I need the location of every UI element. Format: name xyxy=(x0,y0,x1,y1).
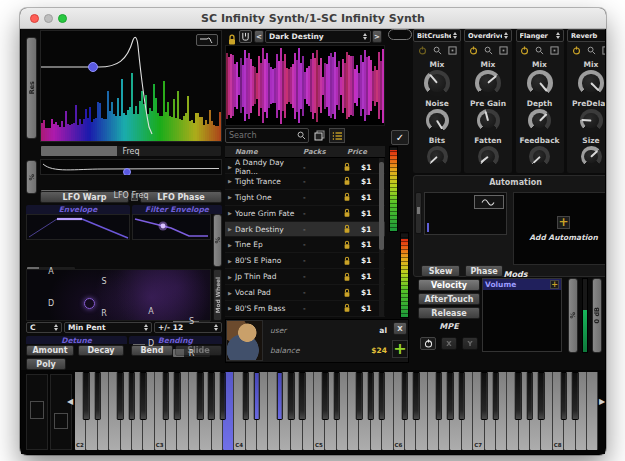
fx-knob-mix[interactable] xyxy=(578,70,604,96)
add-automation-button[interactable]: + Add Automation xyxy=(513,192,605,265)
black-key-G#3[interactable] xyxy=(208,372,215,420)
table-row[interactable]: ▶Tine Ep-$1 xyxy=(225,237,385,253)
black-key-A#3[interactable] xyxy=(220,372,227,420)
user-avatar[interactable] xyxy=(226,320,263,361)
fx-power-button[interactable] xyxy=(520,45,530,55)
table-row[interactable]: ▶Tight Trance-$1 xyxy=(225,174,385,190)
black-key-F#6[interactable] xyxy=(436,372,443,420)
black-key-D#6[interactable] xyxy=(413,372,420,420)
add-mod-button[interactable]: + xyxy=(550,280,559,289)
fx-knob-pre-gain[interactable] xyxy=(477,109,500,132)
black-key-F#5[interactable] xyxy=(356,372,363,420)
fx-power-button[interactable] xyxy=(417,45,427,55)
filter-freq-slider[interactable]: Freq xyxy=(40,145,222,157)
mod-level-slider[interactable]: 0 dB xyxy=(592,278,602,353)
save-preset-button[interactable] xyxy=(239,30,252,43)
fx-knob-size[interactable] xyxy=(581,146,602,167)
table-row[interactable]: ▶80'S Fm Bass-$1 xyxy=(225,301,385,317)
mod-source-velocity[interactable]: Velocity xyxy=(418,279,480,291)
fx-knob-bits[interactable] xyxy=(427,146,448,167)
slide-button[interactable]: Slide xyxy=(175,345,222,356)
mod-wheel-slider[interactable]: Mod Wheel xyxy=(213,269,222,321)
expand-icon[interactable]: ▶ xyxy=(225,305,235,311)
fx-select[interactable]: Flanger xyxy=(516,29,564,42)
black-key-A#7[interactable] xyxy=(538,372,545,420)
scale-select[interactable]: Min Pent xyxy=(64,322,152,333)
fx-knob-mix[interactable] xyxy=(424,70,450,96)
fx-knob-depth[interactable] xyxy=(528,109,551,132)
keyboard-scroll-left-arrow[interactable]: ◀ xyxy=(67,397,73,406)
fx-power-button[interactable] xyxy=(571,45,581,55)
black-key-C#6[interactable] xyxy=(401,372,408,420)
fx-zoom-button[interactable] xyxy=(535,45,545,55)
white-key-F8[interactable] xyxy=(587,372,598,450)
black-key-G#6[interactable] xyxy=(447,372,454,420)
next-preset-button[interactable]: > xyxy=(372,30,382,43)
table-row[interactable]: ▶80'S E Piano-$1 xyxy=(225,253,385,269)
black-key-D#2[interactable] xyxy=(94,372,101,420)
filter-env-amount-slider[interactable]: % xyxy=(213,214,222,267)
black-key-G#2[interactable] xyxy=(129,372,136,420)
expand-icon[interactable]: ▶ xyxy=(225,178,235,184)
mod-target-row[interactable]: Volume+ xyxy=(483,279,561,290)
black-key-C#2[interactable] xyxy=(83,372,90,420)
prev-preset-button[interactable]: < xyxy=(254,30,264,43)
search-box[interactable] xyxy=(225,128,309,143)
preset-list-button[interactable] xyxy=(329,128,345,143)
fx-zoom-button[interactable] xyxy=(483,45,493,55)
lfo-handle[interactable] xyxy=(124,169,131,176)
expand-icon[interactable]: ▶ xyxy=(225,194,235,200)
fx-select[interactable]: BitCrusher xyxy=(413,29,461,42)
fx-focus-button[interactable] xyxy=(601,45,605,55)
search-input[interactable] xyxy=(226,131,297,140)
add-funds-button[interactable]: + xyxy=(392,340,408,358)
black-key-A#2[interactable] xyxy=(140,372,147,420)
lfo-shape-button[interactable] xyxy=(474,195,504,209)
fx-knob-noise[interactable] xyxy=(426,109,449,132)
black-key-C#4[interactable] xyxy=(242,372,249,420)
xy-pad-handle[interactable] xyxy=(84,298,95,309)
expand-icon[interactable]: ▶ xyxy=(225,226,235,232)
pitch-pad-right[interactable] xyxy=(50,374,72,450)
black-key-G#4[interactable] xyxy=(288,372,295,420)
lfo-display[interactable] xyxy=(40,159,222,175)
pitch-pad-left[interactable] xyxy=(26,374,48,450)
poly-button[interactable]: Poly xyxy=(26,358,66,370)
logout-button[interactable]: X xyxy=(393,322,407,335)
black-key-C#7[interactable] xyxy=(481,372,488,420)
expand-icon[interactable]: ▶ xyxy=(225,290,235,296)
amp-envelope-display[interactable] xyxy=(26,214,130,240)
mod-source-aftertouch[interactable]: AfterTouch xyxy=(418,293,480,305)
black-key-C#5[interactable] xyxy=(322,372,329,420)
black-key-A#6[interactable] xyxy=(458,372,465,420)
keyboard-scroll-right-arrow[interactable]: ▶ xyxy=(599,397,605,406)
scrollbar-thumb[interactable] xyxy=(379,162,384,250)
fx-select[interactable]: Overdrive 6 xyxy=(464,29,512,42)
root-note-select[interactable]: C xyxy=(26,322,62,333)
filter-freq-handle[interactable] xyxy=(89,63,98,72)
table-row[interactable]: ▶Dark Destiny-$1 xyxy=(225,222,385,238)
black-key-D#5[interactable] xyxy=(333,372,340,420)
table-scrollbar[interactable] xyxy=(379,158,384,317)
mod-amount-slider[interactable]: % xyxy=(568,278,578,353)
fx-knob-fatten[interactable] xyxy=(478,146,499,167)
automation-mini-slider[interactable] xyxy=(415,192,422,234)
mpe-x-button[interactable]: X xyxy=(441,337,457,350)
fx-knob-mix[interactable] xyxy=(527,70,553,96)
black-key-F#3[interactable] xyxy=(197,372,204,420)
black-key-F#4[interactable] xyxy=(276,372,283,420)
filter-display[interactable] xyxy=(40,30,222,142)
browse-packs-button[interactable] xyxy=(312,128,327,143)
black-key-D#4[interactable] xyxy=(254,372,261,420)
fx-knob-mix[interactable] xyxy=(475,70,501,96)
output-pill[interactable] xyxy=(388,29,412,40)
expand-icon[interactable]: ▶ xyxy=(225,242,235,248)
table-row[interactable]: ▶Vocal Pad-$1 xyxy=(225,285,385,301)
table-row[interactable]: ▶Youre Grim Fate-$1 xyxy=(225,206,385,222)
black-key-F#7[interactable] xyxy=(515,372,522,420)
black-key-D#3[interactable] xyxy=(174,372,181,420)
fx-focus-button[interactable] xyxy=(447,45,457,55)
table-row[interactable]: ▶Tight One-$1 xyxy=(225,190,385,206)
expand-icon[interactable]: ▶ xyxy=(225,210,235,216)
confirm-button[interactable]: ✓ xyxy=(391,130,409,145)
